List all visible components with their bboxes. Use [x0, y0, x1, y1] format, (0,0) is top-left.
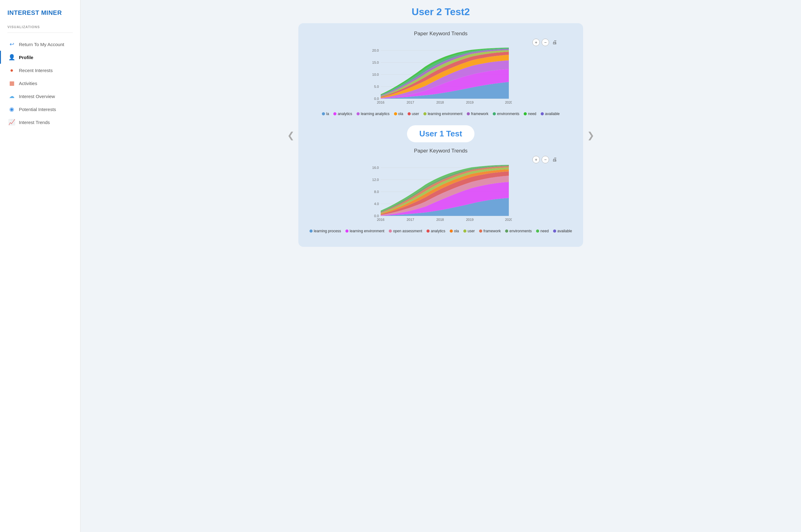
svg-text:2019: 2019	[466, 218, 473, 222]
chart-section-2: Paper Keyword Trends + − 🖨 16.0 12.0 8.0…	[304, 148, 577, 233]
sidebar-item-interest-trends[interactable]: 📈Interest Trends	[0, 116, 80, 129]
chart-controls-2: + − 🖨	[304, 156, 577, 163]
legend-item: ola	[394, 112, 403, 116]
chart-title-1: Paper Keyword Trends	[304, 31, 577, 37]
sidebar-item-label-profile: Profile	[19, 55, 33, 60]
sidebar-divider	[7, 33, 73, 33]
legend-item: need	[524, 112, 536, 116]
sidebar-item-activities[interactable]: ▦Activities	[0, 77, 80, 90]
page-title: User 2 Test2	[412, 6, 470, 18]
chart-section-1: Paper Keyword Trends + − 🖨 20.0 15.0 10.…	[304, 31, 577, 116]
legend-item: analytics	[333, 112, 352, 116]
potential-interests-icon: ◉	[8, 106, 15, 113]
legend-item: available	[541, 112, 560, 116]
app-logo: INTEREST MINER	[0, 6, 80, 25]
area-chart-svg-1: 20.0 15.0 10.0 5.0 0.0	[370, 47, 512, 109]
user-divider-box: User 1 Test	[407, 125, 474, 142]
sidebar-section-label: VISUALIZATIONS	[0, 25, 80, 33]
legend-item: user	[463, 229, 475, 233]
chart-legend-2: learning process learning environment op…	[310, 229, 572, 233]
recent-interests-icon: ●	[8, 67, 15, 74]
zoom-out-btn-1[interactable]: −	[542, 39, 549, 46]
sidebar-item-potential-interests[interactable]: ◉Potential Interests	[0, 103, 80, 116]
print-btn-2[interactable]: 🖨	[551, 156, 558, 163]
area-chart-svg-2: 16.0 12.0 8.0 4.0 0.0	[370, 165, 512, 226]
zoom-in-btn-2[interactable]: +	[532, 156, 540, 163]
svg-text:2016: 2016	[377, 218, 385, 222]
zoom-out-btn-2[interactable]: −	[542, 156, 549, 163]
svg-text:15.0: 15.0	[372, 61, 379, 64]
chart-controls-1: + − 🖨	[304, 39, 577, 46]
interest-overview-icon: ☁	[8, 93, 15, 100]
legend-item: user	[408, 112, 419, 116]
sidebar-item-recent-interests[interactable]: ●Recent Interests	[0, 64, 80, 77]
sidebar: INTEREST MINER VISUALIZATIONS ↩Return To…	[0, 0, 80, 532]
svg-text:2018: 2018	[436, 218, 444, 222]
legend-item: environments	[505, 229, 532, 233]
chart-legend-1: la analytics learning analytics ola user…	[322, 112, 560, 116]
legend-item: la	[322, 112, 329, 116]
svg-text:2016: 2016	[377, 100, 385, 104]
sidebar-item-label-potential-interests: Potential Interests	[19, 107, 56, 112]
nav-arrow-right[interactable]: ❯	[587, 130, 594, 140]
interest-trends-icon: 📈	[8, 119, 15, 126]
svg-text:2018: 2018	[436, 100, 444, 104]
legend-item: learning environment	[346, 229, 385, 233]
legend-item: learning environment	[423, 112, 462, 116]
legend-item: environments	[493, 112, 519, 116]
svg-text:20.0: 20.0	[372, 49, 379, 52]
svg-text:2017: 2017	[407, 100, 414, 104]
return-icon: ↩	[8, 41, 15, 48]
svg-text:10.0: 10.0	[372, 73, 379, 76]
legend-item: learning process	[310, 229, 341, 233]
chart-area-2: 16.0 12.0 8.0 4.0 0.0	[304, 165, 577, 233]
svg-text:2020: 2020	[505, 100, 512, 104]
charts-container: Paper Keyword Trends + − 🖨 20.0 15.0 10.…	[298, 23, 583, 247]
user-divider-wrapper: User 1 Test	[304, 122, 577, 148]
main-content: User 2 Test2 ❮ Paper Keyword Trends + − …	[80, 0, 801, 532]
chart-area-1: 20.0 15.0 10.0 5.0 0.0	[304, 47, 577, 116]
sidebar-item-label-activities: Activities	[19, 81, 37, 86]
legend-item: framework	[467, 112, 488, 116]
sidebar-item-profile[interactable]: 👤Profile	[0, 51, 80, 64]
legend-item: framework	[479, 229, 501, 233]
legend-item: analytics	[427, 229, 445, 233]
legend-item: ola	[450, 229, 459, 233]
svg-text:5.0: 5.0	[374, 85, 379, 89]
sidebar-item-label-return: Return To My Account	[19, 42, 64, 47]
print-btn-1[interactable]: 🖨	[551, 39, 558, 46]
profile-icon: 👤	[8, 54, 15, 61]
svg-text:0.0: 0.0	[374, 97, 379, 100]
zoom-in-btn-1[interactable]: +	[532, 39, 540, 46]
svg-text:4.0: 4.0	[374, 202, 379, 206]
sidebar-item-return[interactable]: ↩Return To My Account	[0, 38, 80, 51]
sidebar-item-label-interest-trends: Interest Trends	[19, 120, 50, 125]
nav-arrow-left[interactable]: ❮	[287, 130, 294, 140]
sidebar-item-interest-overview[interactable]: ☁Interest Overview	[0, 90, 80, 103]
legend-item: open assessment	[389, 229, 422, 233]
activities-icon: ▦	[8, 80, 15, 87]
legend-item: need	[536, 229, 549, 233]
svg-text:12.0: 12.0	[372, 178, 379, 182]
svg-text:2020: 2020	[505, 218, 512, 222]
svg-text:2017: 2017	[407, 218, 414, 222]
svg-text:0.0: 0.0	[374, 214, 379, 218]
svg-text:16.0: 16.0	[372, 166, 379, 170]
chart-title-2: Paper Keyword Trends	[304, 148, 577, 154]
svg-text:2019: 2019	[466, 100, 473, 104]
svg-text:8.0: 8.0	[374, 190, 379, 194]
legend-item: learning analytics	[357, 112, 390, 116]
sidebar-item-label-interest-overview: Interest Overview	[19, 94, 55, 99]
sidebar-item-label-recent-interests: Recent Interests	[19, 68, 53, 73]
user-divider-label: User 1 Test	[420, 129, 462, 138]
charts-outer: ❮ Paper Keyword Trends + − 🖨 20.0 15.0 1…	[298, 23, 583, 247]
nav-list: ↩Return To My Account👤Profile●Recent Int…	[0, 38, 80, 129]
legend-item: available	[553, 229, 572, 233]
